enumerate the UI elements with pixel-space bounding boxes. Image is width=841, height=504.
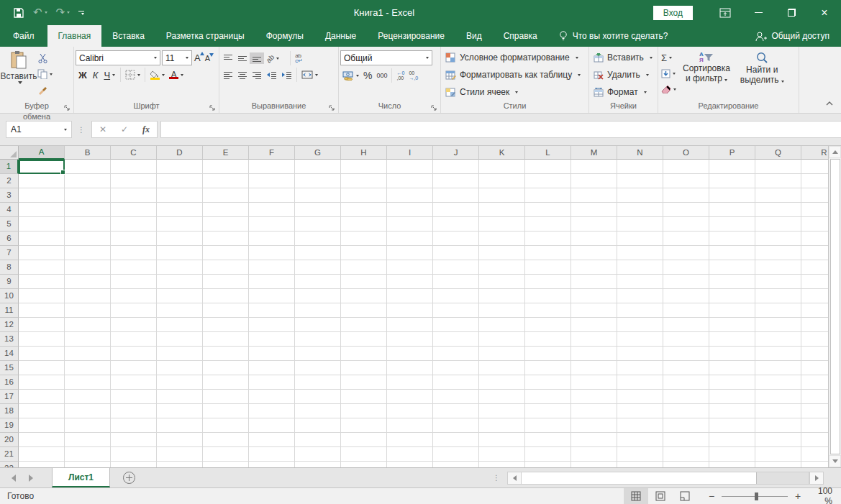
enter-button[interactable]: ✓ (114, 124, 135, 134)
cell-I2[interactable] (387, 174, 433, 188)
cell-Q22[interactable] (755, 462, 801, 467)
cell-I15[interactable] (387, 361, 433, 375)
cell-B21[interactable] (65, 447, 111, 462)
cell-I11[interactable] (387, 303, 433, 318)
cell-N13[interactable] (617, 332, 663, 347)
cell-B22[interactable] (65, 462, 111, 467)
cell-J2[interactable] (433, 174, 479, 188)
tab-scrollbar-splitter[interactable]: ⋮ (486, 468, 507, 487)
align-center-button[interactable] (235, 69, 250, 81)
cell-H17[interactable] (341, 390, 387, 404)
cell-I10[interactable] (387, 289, 433, 303)
cell-J18[interactable] (433, 404, 479, 418)
cell-E13[interactable] (203, 332, 249, 347)
cell-C16[interactable] (111, 375, 157, 390)
cell-R14[interactable] (801, 347, 828, 361)
cell-Q3[interactable] (755, 188, 801, 203)
cell-B2[interactable] (65, 174, 111, 188)
cell-C13[interactable] (111, 332, 157, 347)
cell-N4[interactable] (617, 203, 663, 217)
borders-button[interactable] (123, 68, 142, 81)
zoom-percentage[interactable]: 100 % (809, 486, 841, 504)
cell-P16[interactable] (709, 375, 755, 390)
cell-G19[interactable] (295, 418, 341, 433)
cell-J17[interactable] (433, 390, 479, 404)
cell-M7[interactable] (571, 246, 617, 260)
cell-D2[interactable] (157, 174, 203, 188)
cell-O17[interactable] (663, 390, 709, 404)
bold-button[interactable]: Ж (76, 70, 90, 81)
cell-L9[interactable] (525, 275, 571, 289)
fill-color-button[interactable] (147, 69, 167, 81)
conditional-formatting-button[interactable]: Условное форматирование (442, 49, 587, 66)
cell-G8[interactable] (295, 260, 341, 275)
cell-I18[interactable] (387, 404, 433, 418)
cell-G18[interactable] (295, 404, 341, 418)
cell-Q21[interactable] (755, 447, 801, 462)
cell-G20[interactable] (295, 433, 341, 447)
column-header-I[interactable]: I (387, 146, 433, 160)
row-header-7[interactable]: 7 (0, 246, 19, 260)
zoom-out-button[interactable]: − (707, 490, 716, 502)
cell-P9[interactable] (709, 275, 755, 289)
cell-L14[interactable] (525, 347, 571, 361)
cell-M16[interactable] (571, 375, 617, 390)
row-header-14[interactable]: 14 (0, 347, 19, 361)
cell-L10[interactable] (525, 289, 571, 303)
cell-P21[interactable] (709, 447, 755, 462)
clear-button[interactable] (660, 82, 678, 96)
shrink-font-button[interactable]: А (203, 54, 212, 63)
cell-A16[interactable] (19, 375, 65, 390)
cell-P22[interactable] (709, 462, 755, 467)
decrease-decimal-button[interactable]: 00→,0 (406, 69, 420, 82)
cell-R15[interactable] (801, 361, 828, 375)
close-button[interactable]: × (808, 0, 841, 25)
cell-P11[interactable] (709, 303, 755, 318)
tab-2[interactable]: Вставка (101, 25, 155, 47)
cell-M4[interactable] (571, 203, 617, 217)
cell-F6[interactable] (249, 232, 295, 246)
format-as-table-button[interactable]: Форматировать как таблицу (442, 66, 587, 83)
cell-C3[interactable] (111, 188, 157, 203)
decrease-indent-button[interactable] (264, 69, 279, 81)
row-header-1[interactable]: 1 (0, 160, 19, 174)
cell-H19[interactable] (341, 418, 387, 433)
column-header-J[interactable]: J (433, 146, 479, 160)
cell-K17[interactable] (479, 390, 525, 404)
cell-N5[interactable] (617, 217, 663, 232)
cell-styles-button[interactable]: Стили ячеек (442, 83, 587, 101)
cell-P7[interactable] (709, 246, 755, 260)
cell-E2[interactable] (203, 174, 249, 188)
cell-L20[interactable] (525, 433, 571, 447)
cell-N2[interactable] (617, 174, 663, 188)
cell-K4[interactable] (479, 203, 525, 217)
cell-D18[interactable] (157, 404, 203, 418)
cell-F14[interactable] (249, 347, 295, 361)
font-size-combobox[interactable]: 11 (162, 50, 192, 65)
tab-file[interactable]: Файл (0, 25, 47, 47)
cell-P10[interactable] (709, 289, 755, 303)
cell-H11[interactable] (341, 303, 387, 318)
cell-D5[interactable] (157, 217, 203, 232)
cell-B17[interactable] (65, 390, 111, 404)
cell-F4[interactable] (249, 203, 295, 217)
cell-O14[interactable] (663, 347, 709, 361)
cell-M2[interactable] (571, 174, 617, 188)
cell-H12[interactable] (341, 318, 387, 332)
zoom-slider[interactable] (722, 496, 788, 497)
cell-I8[interactable] (387, 260, 433, 275)
cell-Q10[interactable] (755, 289, 801, 303)
cell-J10[interactable] (433, 289, 479, 303)
formula-input[interactable] (160, 121, 841, 138)
cell-A20[interactable] (19, 433, 65, 447)
cell-O19[interactable] (663, 418, 709, 433)
cell-K5[interactable] (479, 217, 525, 232)
cell-H5[interactable] (341, 217, 387, 232)
cell-N18[interactable] (617, 404, 663, 418)
format-cells-button[interactable]: Формат (591, 83, 656, 101)
alignment-dialog-launcher[interactable] (329, 103, 335, 114)
cell-N22[interactable] (617, 462, 663, 467)
cell-A15[interactable] (19, 361, 65, 375)
cell-D17[interactable] (157, 390, 203, 404)
cell-I20[interactable] (387, 433, 433, 447)
